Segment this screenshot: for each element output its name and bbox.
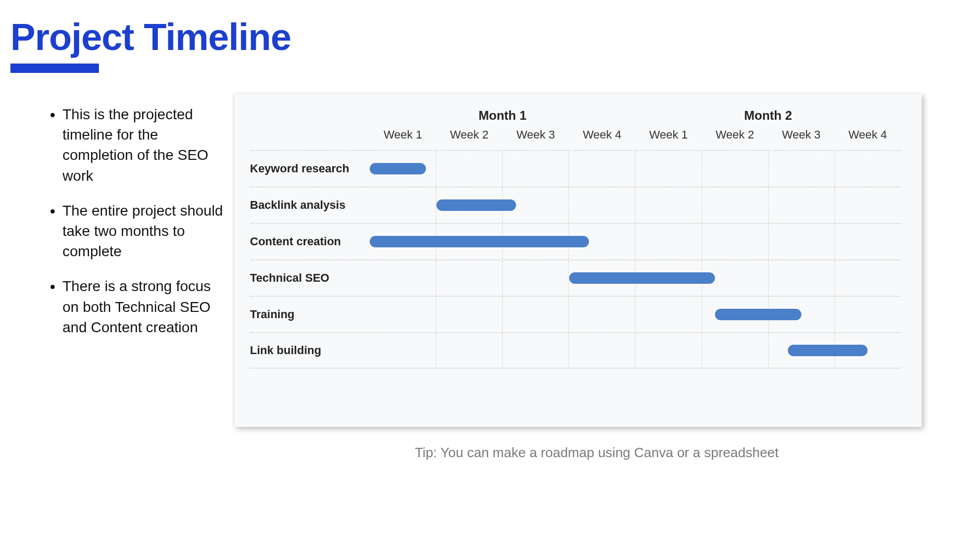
week-slot [834,260,901,296]
task-label: Link building [250,344,370,357]
week-label: Week 1 [635,128,702,147]
week-slot [635,187,701,223]
week-slot [435,260,502,296]
week-label: Week 3 [768,128,835,147]
month-block: Month 1Week 1Week 2Week 3Week 4 [370,108,635,147]
week-slot [834,151,901,186]
week-slot [701,224,768,259]
gantt-row: Training [250,296,901,332]
week-slot [370,333,435,368]
gantt-bar [715,309,801,320]
gantt-bar [436,199,516,211]
month-block: Month 2Week 1Week 2Week 3Week 4 [635,108,901,147]
week-slot [435,297,502,332]
week-slot [701,187,768,223]
bullet-item: This is the projected timeline for the c… [62,104,224,186]
gantt-row: Keyword research [250,150,901,186]
bullet-list: This is the projected timeline for the c… [47,104,224,337]
week-slot [768,187,835,223]
week-slot [635,151,701,186]
content-row: This is the projected timeline for the c… [10,94,959,461]
gantt-bar [370,163,426,174]
gantt-row: Content creation [250,223,901,259]
week-row: Week 1Week 2Week 3Week 4 [370,128,635,147]
tip-text: Tip: You can make a roadmap using Canva … [234,445,959,461]
task-label: Content creation [250,235,370,248]
gantt-chart: Month 1Week 1Week 2Week 3Week 4Month 2We… [250,108,901,412]
bar-area [370,187,901,223]
page-title: Project Timeline [10,16,959,58]
gantt-row: Backlink analysis [250,186,901,223]
week-slot [568,151,635,186]
gantt-body: Keyword researchBacklink analysisContent… [250,150,901,369]
gantt-chart-card: Month 1Week 1Week 2Week 3Week 4Month 2We… [234,94,922,427]
week-slot [834,187,901,223]
week-slot [502,260,569,296]
bar-area [370,224,901,259]
week-slot [435,333,502,368]
week-slot [768,260,835,296]
task-label: Training [250,308,370,321]
week-slot [370,297,435,332]
week-slot [768,151,835,186]
week-label: Week 2 [702,128,769,147]
slide: Project Timeline This is the projected t… [0,0,980,553]
week-slot [635,333,701,368]
title-underline [10,64,99,73]
week-slot [834,224,901,259]
task-label: Technical SEO [250,271,370,285]
task-label: Keyword research [250,162,370,175]
gantt-header-months: Month 1Week 1Week 2Week 3Week 4Month 2We… [370,108,901,147]
bar-area [370,260,901,296]
week-slot [502,151,569,186]
task-label: Backlink analysis [250,198,370,212]
chart-wrap: Month 1Week 1Week 2Week 3Week 4Month 2We… [234,94,959,461]
week-slot [435,151,502,186]
week-label: Week 4 [569,128,636,147]
week-slot [370,187,435,223]
week-slot [568,333,635,368]
bar-area [370,333,901,368]
bar-area [370,297,901,332]
week-row: Week 1Week 2Week 3Week 4 [635,128,901,147]
week-slot [502,333,569,368]
week-label: Week 3 [502,128,569,147]
week-slot [701,151,768,186]
gantt-row: Link building [250,332,901,369]
gantt-bar [370,236,589,247]
bar-area [370,151,901,186]
bullet-item: There is a strong focus on both Technica… [62,276,224,337]
gantt-bar [788,345,868,356]
week-slot [701,333,768,368]
week-label: Week 4 [835,128,901,147]
week-slot [370,260,435,296]
gantt-header: Month 1Week 1Week 2Week 3Week 4Month 2We… [250,108,901,147]
bullet-list-container: This is the projected timeline for the c… [10,94,224,461]
week-slot [768,224,835,259]
week-slot [635,224,701,259]
bullet-item: The entire project should take two month… [62,200,224,262]
month-label: Month 1 [370,108,635,128]
week-slot [635,297,701,332]
task-col-spacer [250,108,370,147]
week-slot [834,297,901,332]
week-slot [568,187,635,223]
week-slot [568,297,635,332]
month-label: Month 2 [635,108,901,128]
week-label: Week 1 [370,128,436,147]
gantt-bar [569,272,715,284]
gantt-row: Technical SEO [250,259,901,296]
week-slot [502,297,569,332]
week-label: Week 2 [436,128,503,147]
